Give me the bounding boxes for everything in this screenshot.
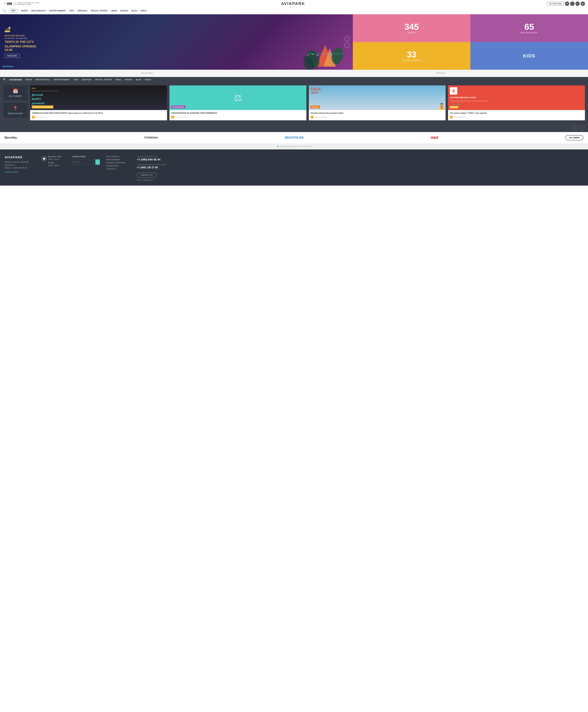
top-header: РУС ENG TODAY IS OPENED TILL 22:00 WORKI…	[0, 0, 588, 7]
instagram-icon[interactable]: in	[575, 2, 580, 6]
nav-kids[interactable]: KIDS	[69, 10, 74, 12]
metro-lines-deco	[450, 104, 460, 104]
sticky-nav-news[interactable]: NEWS	[115, 79, 121, 81]
search-icon[interactable]: 🔍	[3, 9, 6, 12]
nav-shops[interactable]: SHOPS	[21, 10, 28, 12]
hero-glamping-icon: 🏕	[5, 26, 36, 33]
footer-link-advertising[interactable]: ADVERTISING	[106, 165, 131, 167]
general-questions-label: GENERAL QUESTIONS	[137, 156, 583, 158]
getting-here-button[interactable]: GETTING HERE	[547, 2, 564, 5]
nav-restaurants[interactable]: RESTAURANTS	[31, 10, 46, 12]
hero-banner: 🏕 MOSCOW ESCAPE AVIAPARK GLAMPING TENTS …	[0, 14, 353, 70]
feedback-section: FEEDBACK AND SUGGESTIONS +7 (495) 139 27…	[137, 164, 583, 169]
clock-icon	[14, 2, 17, 5]
lang-rus[interactable]: РУС	[3, 3, 6, 5]
dot-7[interactable]	[292, 146, 294, 147]
hero-headline2: GLAMPING OPENING	[5, 45, 36, 48]
dot-13[interactable]	[307, 146, 308, 147]
tile-kids[interactable]: KIDS	[470, 42, 588, 70]
sticky-nav-events[interactable]: EVENTS	[125, 79, 132, 81]
footer-link-career[interactable]: CAREER IN AVIAPARK	[106, 162, 131, 164]
hero-headline1: TENTS IN THE CITY:	[5, 40, 36, 44]
sticky-nav-blog[interactable]: BLOG	[136, 79, 142, 81]
show-on-map-label: SHOW ON MAP	[8, 113, 23, 115]
dot-4[interactable]	[285, 146, 286, 147]
nav-news[interactable]: NEWS	[111, 10, 117, 12]
nav-events[interactable]: EVENTS	[121, 10, 128, 12]
hero-next-arrow[interactable]: ›	[344, 36, 350, 41]
book-now-button[interactable]: BOOK NOW	[5, 54, 20, 58]
dot-6[interactable]	[290, 146, 291, 147]
event-card-procurement: ⚖ Procurements PARTICIPATION IN AVIAPARK…	[169, 85, 307, 120]
sticky-search-icon[interactable]: 🔍	[3, 78, 6, 81]
footer-hours-detail: Mon-Thu + Sun 10:00 - 22:00 Fri-Sat 10:0…	[48, 156, 61, 167]
clock-info: TODAY IS OPENED TILL 22:00 WORKING HOURS	[14, 2, 39, 5]
footer-link-tenants[interactable]: FOR TENANTS	[106, 156, 131, 158]
footer-link-procurement[interactable]: PROCUREMENT	[106, 159, 131, 161]
sticky-nav-restaurants[interactable]: RESTAURANTS	[36, 79, 50, 81]
dot-1[interactable]	[277, 146, 279, 147]
cards-prev-button[interactable]: ‹	[572, 125, 578, 130]
all-events-label: ALL EVENTS	[9, 95, 22, 97]
cards-next-button[interactable]: ›	[580, 125, 585, 130]
header-right: GETTING HERE VK f in ▶	[547, 2, 585, 6]
footer-hours-weekday-time: 10:00 - 22:00	[48, 158, 61, 161]
tile-shops[interactable]: 345 SHOPS	[353, 14, 470, 42]
aviapark-from-icon	[450, 116, 453, 119]
ekonika-card-image: SALE -50% 🧘 Ekonika	[309, 85, 446, 110]
show-on-map-button[interactable]: 📍 SHOW ON MAP	[3, 103, 28, 118]
sticky-nav-emoji[interactable]: EMOJI	[145, 79, 151, 81]
nav-blog[interactable]: BLOG	[132, 10, 138, 12]
dot-14[interactable]	[309, 146, 311, 147]
sticky-nav-entertainment[interactable]: ENTERTAINMENT	[54, 79, 70, 81]
tile-entertainment[interactable]: 33 ENTERTAINMENT	[353, 42, 470, 70]
dot-2[interactable]	[280, 146, 281, 147]
calendar-icon: 📅	[13, 88, 18, 94]
dot-11[interactable]	[302, 146, 303, 147]
tile-restaurants[interactable]: 65 RESTAURANTS	[470, 14, 588, 42]
vk-icon[interactable]: VK	[565, 2, 569, 6]
sticky-nav-special-offers[interactable]: SPECIAL OFFERS	[95, 79, 112, 81]
nav-emoji[interactable]: EMOJI	[141, 10, 147, 12]
ekonika-tag: Ekonika	[310, 105, 320, 108]
dot-3[interactable]	[282, 146, 284, 147]
footer-link-contacts[interactable]: CONTACTS	[106, 168, 131, 170]
youtube-icon[interactable]: ▶	[581, 2, 585, 6]
aviapark-card-body: The metro station "CSKA" was opened From…	[448, 110, 585, 120]
ekonika-figure: 🧘	[438, 103, 446, 110]
lang-eng[interactable]: ENG	[7, 3, 12, 5]
subscribe-submit-button[interactable]: ›	[96, 159, 100, 165]
contact-us-button[interactable]: CONTACT US	[137, 172, 156, 178]
all-shops-button[interactable]: ALL SHOPS	[565, 135, 583, 140]
karo-card-body: CINEMA IN KARO WITH DISCOUNTS! (discount…	[30, 110, 167, 120]
nav-services[interactable]: SERVICES	[77, 10, 87, 12]
hero-badge: MOSCOW ESCAPE	[5, 35, 36, 37]
dot-5[interactable]	[287, 146, 289, 147]
nav-entertainment[interactable]: ENTERTAINMENT	[49, 10, 66, 12]
footer-links-section: FOR TENANTS PROCUREMENT CAREER IN AVIAPA…	[106, 156, 131, 181]
sticky-nav-services[interactable]: SERVICES	[82, 79, 91, 81]
footer-terms-link[interactable]: Terms of service	[5, 171, 35, 173]
nav-items: SHOPS RESTAURANTS ENTERTAINMENT KIDS SER…	[21, 10, 147, 12]
hours-info: TODAY IS OPENED TILL 22:00 WORKING HOURS	[18, 2, 39, 5]
hero-prev-arrow[interactable]: ‹	[344, 43, 350, 48]
subscribe-email-input[interactable]	[72, 159, 96, 165]
entertainment-count: 33	[407, 50, 416, 59]
brand-bershka: Bershka	[5, 136, 17, 139]
kidzania-link[interactable]: KidZania	[3, 65, 14, 67]
facebook-icon[interactable]: f	[570, 2, 574, 6]
dot-8[interactable]	[295, 146, 296, 147]
map-button[interactable]: MAP	[9, 9, 18, 13]
aviapark-news-wrapper: A AVIAPARK BECAME CLOSER A MINUTE WALKIN…	[448, 85, 585, 110]
all-events-button[interactable]: 📅 ALL EVENTS	[3, 85, 28, 100]
procurement-from-icon	[171, 116, 174, 119]
dot-10[interactable]	[299, 146, 301, 147]
events-sidebar: 📅 ALL EVENTS 📍 SHOW ON MAP	[3, 85, 28, 118]
dot-12[interactable]	[304, 146, 306, 147]
sticky-nav-kids[interactable]: KIDS	[74, 79, 78, 81]
sticky-nav-shops[interactable]: SHOPS	[25, 79, 32, 81]
brand-bar: Bershka СТОКМАНН DECATHLON H&M ALL SHOPS	[0, 132, 588, 144]
nav-special-offers[interactable]: SPECIAL OFFERS	[91, 10, 108, 12]
feedback-label: FEEDBACK AND SUGGESTIONS	[137, 164, 583, 166]
dot-9[interactable]	[297, 146, 298, 147]
